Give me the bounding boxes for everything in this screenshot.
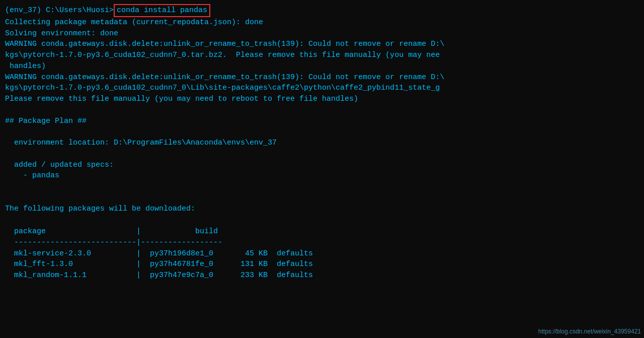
prompt-line: (env_37) C:\Users\Huosi>conda install pa… — [5, 4, 639, 17]
command-box: conda install pandas — [114, 4, 210, 17]
table-header: package | build — [5, 226, 639, 237]
empty-line — [5, 126, 639, 138]
empty-line — [5, 181, 639, 192]
table-row-mkl-fft: mkl_fft-1.3.0 | py37h46781fe_0 131 KB de… — [5, 259, 639, 270]
warning-line-3: handles) — [5, 61, 639, 72]
empty-line — [5, 214, 639, 225]
added-specs: added / updated specs: — [5, 160, 639, 171]
warning-line-4: WARNING conda.gateways.disk.delete:unlin… — [5, 72, 639, 83]
watermark: https://blog.csdn.net/weixin_43959421 — [538, 327, 641, 336]
table-row-mkl-service: mkl-service-2.3.0 | py37h196d8e1_0 45 KB… — [5, 248, 639, 259]
packages-to-download: The following packages will be downloade… — [5, 204, 639, 215]
empty-line — [5, 105, 639, 116]
table-divider: ---------------------------|------------… — [5, 237, 639, 248]
prompt-prefix: (env_37) C:\Users\Huosi> — [5, 5, 114, 16]
warning-line-2: kgs\pytorch-1.7.0-py3.6_cuda102_cudnn7_0… — [5, 50, 639, 61]
spec-pandas: - pandas — [5, 170, 639, 181]
output-line: Collecting package metadata (current_rep… — [5, 17, 639, 28]
package-plan-header: ## Package Plan ## — [5, 116, 639, 127]
terminal-window: (env_37) C:\Users\Huosi>conda install pa… — [0, 0, 644, 338]
output-line: Solving environment: done — [5, 28, 639, 39]
packages-table: package | build ------------------------… — [5, 226, 639, 281]
table-row-mkl-random: mkl_random-1.1.1 | py37h47e9c7a_0 233 KB… — [5, 270, 639, 281]
empty-line — [5, 149, 639, 160]
warning-line-5: kgs\pytorch-1.7.0-py3.6_cuda102_cudnn7_0… — [5, 83, 639, 94]
warning-line-1: WARNING conda.gateways.disk.delete:unlin… — [5, 39, 639, 50]
empty-line — [5, 192, 639, 204]
env-location: environment location: D:\ProgramFiles\An… — [5, 138, 639, 149]
warning-line-6: Please remove this file manually (you ma… — [5, 94, 639, 105]
